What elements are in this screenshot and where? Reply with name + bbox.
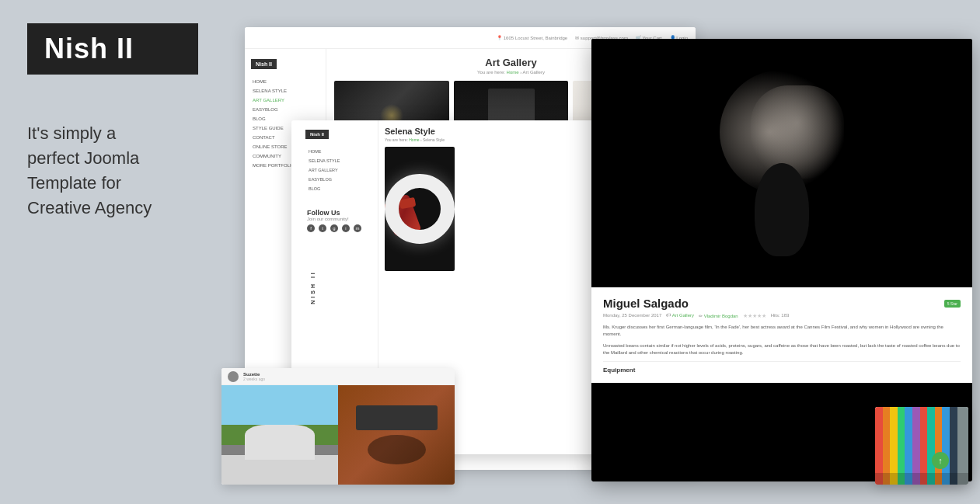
radio-image xyxy=(338,385,455,485)
logo: Nish II xyxy=(27,23,198,75)
screenshot-blog-snippet: Suzette 2 weeks ago xyxy=(221,368,455,485)
github-icon[interactable]: g xyxy=(330,224,338,232)
ss-mid-page-title: Selena Style xyxy=(385,127,455,136)
follow-title: Follow Us xyxy=(307,209,371,217)
follow-section: Follow Us Join our community! f t g i m xyxy=(301,209,378,232)
ss-mid-nav-easyblog[interactable]: EASYBLOG xyxy=(301,175,378,184)
tagline-line1: It's simply a xyxy=(27,123,116,143)
ss-bl-avatar xyxy=(228,371,239,382)
ss-bl-images xyxy=(221,385,455,485)
ss-front-badge: 5 Star xyxy=(944,300,961,308)
meta-hits: Hits: 183 xyxy=(771,313,790,319)
tagline-line2: perfect Joomla xyxy=(27,148,139,168)
ss-nav-home[interactable]: HOME xyxy=(245,77,326,86)
ss-logo: Nish II xyxy=(251,59,277,69)
ss-mid-nav-selena[interactable]: SELENA STYLE xyxy=(301,156,378,165)
ss-front-title-row: Miguel Salgado 5 Star xyxy=(603,297,961,310)
tagline-line3: Template for xyxy=(27,173,121,193)
ss-front-hero xyxy=(591,39,972,287)
ss-front-equipment: Equipment xyxy=(603,361,961,374)
mail-icon[interactable]: m xyxy=(354,224,361,232)
ring-light xyxy=(385,174,455,244)
ss-bl-time: 2 weeks ago xyxy=(243,377,265,381)
van-image xyxy=(221,385,338,485)
ss-front-text-2: Unroasted beans contain similar if not h… xyxy=(603,342,961,356)
powder-effect-2 xyxy=(751,85,844,179)
ring-shape xyxy=(385,174,455,244)
ss-mid-logo: Nish II xyxy=(305,130,329,139)
ss-front-page-title: Miguel Salgado xyxy=(603,297,689,310)
meta-date: Monday, 25 December 2017 xyxy=(603,313,661,319)
ss-bl-info: Suzette 2 weeks ago xyxy=(243,372,265,381)
ss-nav-gallery[interactable]: ART GALLERY xyxy=(245,96,326,105)
ss-front-meta: Monday, 25 December 2017 🏷 Art Gallery ✏… xyxy=(603,313,961,319)
left-panel: Nish II It's simply a perfect Joomla Tem… xyxy=(0,0,225,504)
follow-subtitle: Join our community! xyxy=(307,217,371,221)
tagline: It's simply a perfect Joomla Template fo… xyxy=(27,121,198,221)
ss-front-content: Miguel Salgado 5 Star Monday, 25 Decembe… xyxy=(591,287,972,383)
ss-nav-easyblog[interactable]: EASYBLOG xyxy=(245,105,326,114)
ss-mid-nav-gallery[interactable]: ART GALLERY xyxy=(301,165,378,175)
meta-category: 🏷 Art Gallery xyxy=(666,313,694,319)
ss-mid-breadcrumb: You are here: Home › Selena Style xyxy=(385,137,455,142)
meta-author: ✏ Vladimir Bogdan xyxy=(699,313,738,319)
meta-stars: ★★★★★ xyxy=(743,313,766,319)
tagline-line4: Creative Agency xyxy=(27,198,152,217)
dancer-silhouette xyxy=(704,54,860,272)
facebook-icon[interactable]: f xyxy=(307,224,315,232)
ss-mid-hero xyxy=(385,147,455,271)
instagram-icon[interactable]: i xyxy=(342,224,350,232)
ss-mid-nav-blog[interactable]: BLOG xyxy=(301,184,378,193)
screenshots-area: 📍 1605 Locust Street, Bainbridge ✉ suppo… xyxy=(221,12,972,492)
ss-nav-selena[interactable]: SELENA STYLE xyxy=(245,86,326,96)
books-image xyxy=(875,407,968,485)
topbar-address: 📍 1605 Locust Street, Bainbridge xyxy=(497,35,567,40)
ss-front-text-1: Ms. Kruger discusses her first German-la… xyxy=(603,324,961,338)
rotated-label-nish: NISH II xyxy=(310,270,316,304)
screenshot-books xyxy=(875,407,968,485)
scroll-up-badge[interactable] xyxy=(932,452,949,469)
follow-icons: f t g i m xyxy=(307,224,371,232)
ss-mid-nav-home[interactable]: HOME xyxy=(301,147,378,156)
twitter-icon[interactable]: t xyxy=(319,224,326,232)
dancer-body xyxy=(755,163,809,256)
ss-bl-topbar: Suzette 2 weeks ago xyxy=(221,368,455,385)
